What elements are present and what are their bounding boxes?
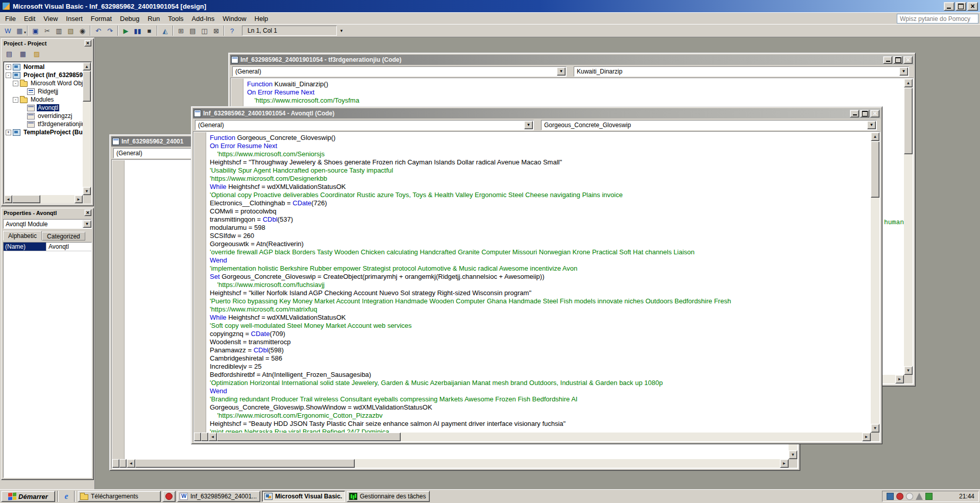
menu-edit[interactable]: Edit (20, 13, 39, 24)
tab-categorized[interactable]: Categorized (42, 232, 85, 241)
dropdown-arrow-icon[interactable] (524, 121, 533, 129)
scroll-up-button[interactable] (904, 79, 913, 87)
menu-format[interactable]: Format (87, 13, 116, 24)
scroll-up-button[interactable] (871, 132, 879, 141)
scroll-right-button[interactable] (862, 433, 871, 441)
maximize-button[interactable] (860, 110, 869, 117)
dropdown-arrow-icon[interactable] (557, 67, 566, 76)
taskbar-button-gestionnaire-des-t-ches[interactable]: Gestionnaire des tâches ... (347, 491, 430, 502)
menu-run[interactable]: Run (143, 13, 164, 24)
maximize-button[interactable] (955, 2, 966, 11)
quick-launch-internet-explorer[interactable] (61, 491, 72, 501)
paste-button[interactable]: ▧ (65, 25, 77, 36)
scroll-left-button[interactable] (127, 459, 135, 468)
project-panel-titlebar[interactable]: Project - Project (2, 39, 93, 47)
close-button[interactable] (870, 110, 879, 117)
scrollbar-thumb[interactable] (83, 71, 91, 102)
tree-horizontal-scrollbar[interactable] (4, 195, 83, 203)
toolbar-options-button[interactable] (338, 25, 345, 36)
procedure-view-button[interactable] (112, 459, 119, 468)
reset-button[interactable]: ■ (143, 25, 155, 36)
cut-button[interactable]: ✂ (41, 25, 53, 36)
code-window-titlebar[interactable]: Inf_632985962_24001901054 - Avonqtl (Cod… (193, 108, 880, 118)
procedure-view-button[interactable] (194, 433, 201, 441)
code-editor[interactable]: Function Gorgeous_Concrete_Gloveswip()On… (207, 132, 871, 433)
insert-userform-button[interactable]: ▦ (14, 25, 26, 36)
scroll-left-button[interactable] (208, 433, 217, 441)
help-button[interactable]: ? (226, 25, 238, 36)
object-browser-button[interactable]: ◫ (199, 25, 210, 36)
tray-icon-1[interactable] (887, 493, 894, 500)
tree-item-overridingzzj[interactable]: overridingzzj (4, 112, 83, 120)
tree-vertical-scrollbar[interactable] (83, 62, 91, 195)
vertical-scrollbar[interactable] (904, 79, 913, 375)
menu-insert[interactable]: Insert (62, 13, 87, 24)
help-question-box[interactable]: Wpisz pytanie do Pomocy (897, 14, 978, 23)
close-icon[interactable] (84, 40, 91, 46)
tree-item-templateproject-buildi[interactable]: +TemplateProject (Buildi (4, 128, 83, 136)
toggle-folders-button[interactable]: ▨ (31, 49, 43, 59)
horizontal-scrollbar[interactable] (127, 459, 789, 468)
save-button[interactable]: ▣ (30, 25, 41, 36)
break-button[interactable]: ▮▮ (132, 25, 143, 36)
scroll-down-button[interactable] (904, 366, 913, 375)
scroll-up-button[interactable] (83, 62, 91, 70)
property-value-cell[interactable]: Avonqtl (46, 243, 91, 251)
menu-view[interactable]: View (39, 13, 62, 24)
scrollbar-thumb[interactable] (135, 459, 355, 468)
object-dropdown[interactable]: (General) (232, 66, 567, 77)
view-code-button[interactable]: ▤ (3, 49, 15, 59)
tray-icon-2[interactable] (896, 493, 903, 500)
view-microsoft-word-button[interactable]: W (2, 25, 14, 36)
toolbox-button[interactable]: ⊠ (210, 25, 222, 36)
menu-tools[interactable]: Tools (164, 13, 187, 24)
redo-button[interactable]: ↷ (104, 25, 116, 36)
tree-expander-icon[interactable]: + (6, 64, 11, 70)
menu-debug[interactable]: Debug (116, 13, 143, 24)
object-selector-dropdown[interactable]: Avonqtl Module (3, 219, 92, 229)
full-module-view-button[interactable] (201, 433, 208, 441)
taskbar-button-reddot[interactable] (162, 491, 176, 502)
dropdown-arrow-icon[interactable] (899, 67, 908, 76)
menu-help[interactable]: Help (251, 13, 273, 24)
scroll-down-button[interactable] (871, 424, 879, 433)
taskbar-button-microsoft-visual-basic[interactable]: Microsoft Visual Basic... (262, 491, 345, 502)
scroll-down-button[interactable] (83, 187, 91, 195)
view-object-button[interactable]: ▦ (17, 49, 29, 59)
design-mode-button[interactable]: ◭ (159, 25, 171, 36)
code-window-titlebar[interactable]: Inf_632985962_24001901054 - tf3rdgenerat… (230, 55, 914, 65)
scrollbar-thumb[interactable] (12, 195, 40, 203)
tree-item-tf3rdgenerationjiu[interactable]: tf3rdgenerationjiu (4, 120, 83, 128)
dropdown-arrow-icon[interactable] (867, 121, 876, 129)
maximize-button[interactable] (893, 56, 902, 64)
tree-item-avonqtl[interactable]: Avonqtl (4, 104, 83, 112)
property-row[interactable]: (Name) Avonqtl (4, 243, 91, 251)
full-module-view-button[interactable] (119, 459, 127, 468)
minimize-button[interactable] (883, 56, 892, 64)
tree-expander-icon[interactable]: - (6, 73, 11, 78)
scroll-down-button[interactable] (789, 450, 797, 459)
scroll-right-button[interactable] (780, 459, 789, 468)
scroll-left-button[interactable] (4, 195, 12, 203)
tree-item-modules[interactable]: -Modules (4, 95, 83, 104)
scrollbar-thumb[interactable] (217, 433, 401, 441)
undo-button[interactable]: ↶ (92, 25, 104, 36)
procedure-dropdown[interactable]: Gorgeous_Concrete_Gloveswip (541, 120, 877, 130)
tree-item-ridgetjj[interactable]: Ridgetjj (4, 87, 83, 95)
scrollbar-thumb[interactable] (904, 88, 913, 154)
close-button[interactable] (967, 2, 978, 11)
properties-panel-titlebar[interactable]: Properties - Avonqtl (2, 208, 93, 217)
tray-icon-4[interactable] (916, 493, 923, 500)
vertical-scrollbar[interactable] (871, 132, 879, 433)
horizontal-scrollbar[interactable] (208, 433, 871, 441)
menu-window[interactable]: Window (218, 13, 250, 24)
app-titlebar[interactable]: Microsoft Visual Basic - Inf_632985962_2… (0, 0, 980, 12)
project-explorer-button[interactable]: ⊞ (175, 25, 187, 36)
object-dropdown[interactable]: (General) (195, 120, 534, 130)
minimize-button[interactable] (944, 2, 954, 11)
tree-expander-icon[interactable]: - (13, 81, 18, 86)
run-button[interactable]: ▶ (120, 25, 132, 36)
minimize-button[interactable] (850, 110, 859, 117)
menu-add-ins[interactable]: Add-Ins (188, 13, 219, 24)
close-icon[interactable] (84, 209, 91, 216)
